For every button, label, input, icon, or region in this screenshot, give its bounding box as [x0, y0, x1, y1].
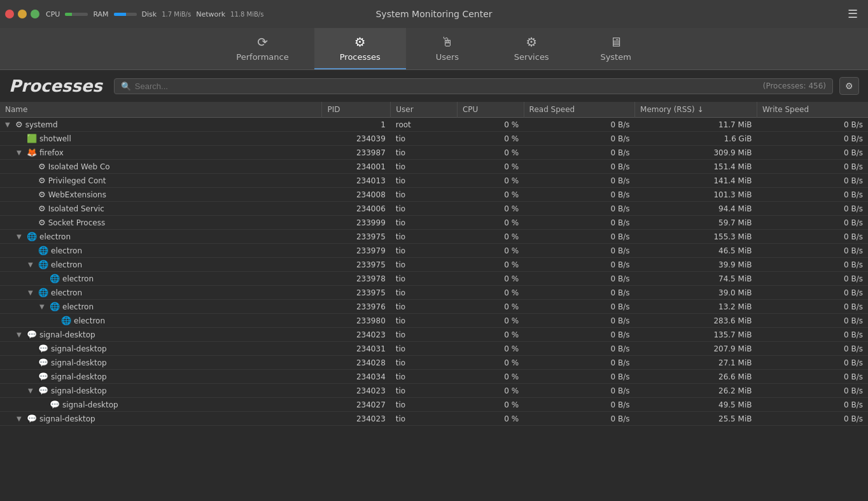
table-row[interactable]: ▼💬signal-desktop234023tio0 %0 B/s26.2 Mi… [0, 384, 868, 398]
cell-name: ▼🌐electron [0, 258, 322, 272]
process-icon: 🌐 [50, 274, 60, 283]
cell-write: 0 B/s [757, 314, 868, 328]
table-row[interactable]: ▼🌐electron233976tio0 %0 B/s13.2 MiB0 B/s [0, 300, 868, 314]
expand-arrow[interactable]: ▼ [28, 289, 36, 296]
cell-memory: 135.7 MiB [635, 328, 757, 342]
cell-write: 0 B/s [757, 132, 868, 146]
cell-memory: 11.7 MiB [635, 118, 757, 132]
table-row[interactable]: 🌐electron233979tio0 %0 B/s46.5 MiB0 B/s [0, 244, 868, 258]
cell-read: 0 B/s [524, 300, 634, 314]
cell-pid: 1 [322, 118, 391, 132]
minimize-button[interactable] [18, 10, 27, 18]
process-name: Socket Process [48, 218, 106, 227]
cell-read: 0 B/s [524, 370, 634, 384]
expand-arrow[interactable]: ▼ [17, 149, 24, 156]
process-icon: 🌐 [61, 316, 71, 325]
cell-read: 0 B/s [524, 342, 634, 356]
cell-write: 0 B/s [757, 328, 868, 342]
cell-user: tio [391, 160, 458, 174]
table-row[interactable]: ▼💬signal-desktop234023tio0 %0 B/s135.7 M… [0, 328, 868, 342]
tab-processes[interactable]: ⚙ Processes [314, 28, 406, 69]
table-row[interactable]: ▼🌐electron233975tio0 %0 B/s155.3 MiB0 B/… [0, 230, 868, 244]
network-label: Network [196, 10, 225, 18]
cell-pid: 234031 [322, 342, 391, 356]
table-row[interactable]: ▼🌐electron233975tio0 %0 B/s39.9 MiB0 B/s [0, 258, 868, 272]
expand-arrow[interactable]: ▼ [5, 121, 13, 128]
tab-services[interactable]: ⚙ Services [489, 28, 575, 69]
expand-arrow[interactable]: ▼ [39, 303, 47, 310]
process-table-container[interactable]: Name PID User CPU Read Speed Memory (RSS… [0, 102, 868, 473]
col-write[interactable]: Write Speed [757, 102, 868, 118]
col-name[interactable]: Name [0, 102, 322, 118]
process-name: systemd [25, 120, 58, 129]
table-row[interactable]: ▼🌐electron233975tio0 %0 B/s39.0 MiB0 B/s [0, 286, 868, 300]
cell-user: tio [391, 314, 458, 328]
process-table: Name PID User CPU Read Speed Memory (RSS… [0, 102, 868, 426]
expand-arrow[interactable]: ▼ [17, 415, 24, 422]
cell-name: 🟩shotwell [0, 132, 322, 146]
expand-arrow[interactable]: ▼ [28, 261, 36, 268]
tab-system[interactable]: 🖥 System [575, 28, 657, 69]
cell-name: ▼💬signal-desktop [0, 412, 322, 426]
table-row[interactable]: 🟩shotwell234039tio0 %0 B/s1.6 GiB0 B/s [0, 132, 868, 146]
process-name: electron [62, 274, 94, 283]
cell-pid: 233975 [322, 258, 391, 272]
nav-tabs: ⟳ Performance ⚙ Processes 🖱 Users ⚙ Serv… [0, 28, 868, 70]
table-row[interactable]: 🌐electron233978tio0 %0 B/s74.5 MiB0 B/s [0, 272, 868, 286]
col-read[interactable]: Read Speed [524, 102, 634, 118]
process-name: signal-desktop [51, 358, 107, 367]
close-button[interactable] [5, 10, 14, 18]
cell-name: ▼🌐electron [0, 230, 322, 244]
col-memory[interactable]: Memory (RSS) ↓ [635, 102, 757, 118]
tab-users-label: Users [436, 52, 459, 62]
table-row[interactable]: ⚙Privileged Cont234013tio0 %0 B/s141.4 M… [0, 174, 868, 188]
process-icon: ⚙ [38, 218, 46, 227]
table-row[interactable]: ⚙Socket Process233999tio0 %0 B/s59.7 MiB… [0, 216, 868, 230]
cell-read: 0 B/s [524, 188, 634, 202]
table-row[interactable]: 💬signal-desktop234028tio0 %0 B/s27.1 MiB… [0, 356, 868, 370]
table-row[interactable]: ▼💬signal-desktop234023tio0 %0 B/s25.5 Mi… [0, 412, 868, 426]
table-row[interactable]: 💬signal-desktop234034tio0 %0 B/s26.6 MiB… [0, 370, 868, 384]
cell-write: 0 B/s [757, 230, 868, 244]
table-row[interactable]: ⚙Isolated Web Co234001tio0 %0 B/s151.4 M… [0, 160, 868, 174]
expand-arrow[interactable]: ▼ [17, 331, 24, 338]
cell-name: ▼🦊firefox [0, 146, 322, 160]
expand-arrow[interactable]: ▼ [17, 233, 24, 240]
menu-button[interactable]: ☰ [843, 4, 863, 24]
settings-button[interactable]: ⚙ [839, 77, 859, 95]
col-pid[interactable]: PID [322, 102, 391, 118]
table-row[interactable]: ⚙WebExtensions234008tio0 %0 B/s101.3 MiB… [0, 188, 868, 202]
process-name: firefox [39, 148, 64, 157]
processes-icon: ⚙ [354, 34, 366, 50]
cell-name: ⚙Privileged Cont [0, 174, 322, 188]
table-row[interactable]: 💬signal-desktop234031tio0 %0 B/s207.9 Mi… [0, 342, 868, 356]
tab-users[interactable]: 🖱 Users [406, 28, 489, 69]
col-user[interactable]: User [391, 102, 458, 118]
tab-performance[interactable]: ⟳ Performance [211, 28, 314, 69]
process-icon: 🌐 [38, 246, 48, 255]
search-input[interactable] [135, 81, 759, 91]
process-icon: 💬 [38, 358, 48, 367]
cell-memory: 141.4 MiB [635, 174, 757, 188]
cell-pid: 233978 [322, 272, 391, 286]
cell-write: 0 B/s [757, 342, 868, 356]
process-icon: 💬 [38, 344, 48, 353]
cell-read: 0 B/s [524, 202, 634, 216]
app-title: System Monitoring Center [375, 9, 492, 19]
cell-user: tio [391, 398, 458, 412]
col-cpu[interactable]: CPU [457, 102, 524, 118]
process-name: Isolated Web Co [48, 162, 110, 171]
process-icon: 🦊 [27, 148, 37, 157]
table-row[interactable]: 🌐electron233980tio0 %0 B/s283.6 MiB0 B/s [0, 314, 868, 328]
table-row[interactable]: ⚙Isolated Servic234006tio0 %0 B/s94.4 Mi… [0, 202, 868, 216]
cell-cpu: 0 % [457, 160, 524, 174]
ram-bar [114, 13, 137, 16]
cell-cpu: 0 % [457, 286, 524, 300]
expand-arrow[interactable]: ▼ [28, 387, 36, 394]
table-row[interactable]: ▼🦊firefox233987tio0 %0 B/s309.9 MiB0 B/s [0, 146, 868, 160]
cell-pid: 234023 [322, 384, 391, 398]
maximize-button[interactable] [31, 10, 39, 18]
cell-cpu: 0 % [457, 258, 524, 272]
table-row[interactable]: 💬signal-desktop234027tio0 %0 B/s49.5 MiB… [0, 398, 868, 412]
table-row[interactable]: ▼⚙systemd1root0 %0 B/s11.7 MiB0 B/s [0, 118, 868, 132]
